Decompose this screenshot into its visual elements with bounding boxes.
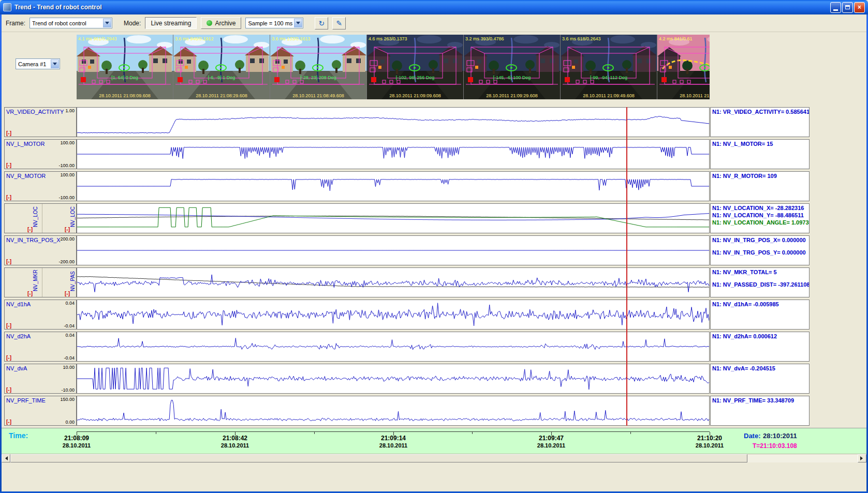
signal-plot-nv_l_motor[interactable] — [77, 139, 710, 169]
tick-time: 21:08:09 — [63, 435, 91, 442]
collapse-button[interactable]: [-] — [6, 162, 11, 168]
signal-label: NV_d2hA — [6, 333, 31, 339]
signal-value-panel: N1: NV_MKR_TOTAL= 5N1: NV_PASSED_DIST= -… — [710, 267, 810, 297]
signal-value: N1: NV_dvA= -0.204515 — [712, 365, 807, 371]
scale-top-value: 0.04 — [65, 333, 75, 338]
close-button[interactable]: × — [854, 2, 865, 13]
signal-label-rotated: NV_LOC — [33, 205, 38, 227]
camera-frame[interactable]: 3.6 ms 133/0.1613 [-28, 23] 208 Deg 28.1… — [270, 35, 366, 99]
scale-top-value: 200.00 — [60, 236, 75, 242]
time-cursor[interactable] — [626, 107, 627, 426]
app-icon — [3, 3, 11, 11]
tick-date: 28.10.2011 — [221, 442, 249, 450]
camera-frame[interactable]: 4.2 ms 841/0.61 28.10.2011 21:10:09.608 — [657, 35, 710, 99]
signal-plot-nv_prf_time[interactable] — [77, 396, 710, 426]
camera-info-text: 4.2 ms 841/0.61 — [659, 36, 693, 41]
signal-panel-nv_l_motor: NV_L_MOTOR100.00-100.00[-] — [4, 139, 77, 169]
signal-value: N1: NV_LOCATION_X= -28.282316 — [712, 205, 807, 211]
waypoint-marker — [378, 66, 381, 69]
collapse-button[interactable]: [-] — [6, 195, 11, 200]
chevron-down-icon[interactable] — [294, 19, 302, 27]
camera-timestamp: 28.10.2011 21:08:29.608 — [196, 93, 247, 98]
signal-value: N1: NV_PRF_TIME= 33.348709 — [712, 397, 807, 404]
signal-plot-nv_in_trg_pos_x[interactable] — [77, 235, 710, 265]
signal-plot-vr_video_activity[interactable] — [77, 107, 710, 137]
camera-frame[interactable]: 4.6 ms 263/0.1373 [-102, 98] 256 Deg 28.… — [367, 35, 463, 99]
signal-value-panel: N1: NV_dvA= -0.204515 — [710, 364, 810, 394]
camera-info-text: 3.6 ms 618/0.2643 — [562, 36, 601, 41]
scene — [657, 35, 710, 99]
collapse-button[interactable]: [-] — [6, 387, 11, 393]
panel-divider — [42, 268, 42, 297]
scale-bottom-value: -0.04 — [64, 355, 75, 361]
horizontal-scrollbar[interactable] — [2, 454, 866, 462]
scale-bottom-value: 0.00 — [65, 420, 75, 425]
toolbar: Frame: Trend of robot control Mode: Live… — [2, 14, 866, 32]
collapse-button[interactable]: [-] — [6, 355, 11, 361]
scale-top-value: 150.00 — [60, 397, 75, 402]
alert-marker — [565, 77, 570, 82]
minimize-button[interactable] — [830, 2, 841, 13]
time-tick-label: 21:09:4728.10.2011 — [537, 435, 565, 450]
edit-button[interactable]: ✎ — [332, 17, 346, 29]
collapse-button[interactable]: [-] — [6, 419, 11, 425]
signal-value: N1: NV_LOCATION_Y= -88.486511 — [712, 212, 807, 218]
signal-panel-nv_r_motor: NV_R_MOTOR100.00-100.00[-] — [4, 171, 77, 201]
camera-frame[interactable]: 3.2 ms 393/0.4786 [-145, -6] 100 Deg 28.… — [464, 35, 560, 99]
refresh-button[interactable]: ↻ — [315, 17, 328, 29]
alert-marker — [178, 77, 183, 82]
collapse-button[interactable]: [-] — [6, 130, 11, 136]
live-streaming-button[interactable]: Live streaming — [145, 17, 197, 29]
signal-label: NV_dvA — [6, 365, 27, 371]
signal-plot-nv_mkr-nv_pas[interactable] — [77, 267, 710, 297]
signal-label-rotated: NV_PAS — [70, 270, 76, 291]
camera-frame[interactable]: 3.6 ms 618/0.2643 [-99, -94] 112 Deg 28.… — [561, 35, 657, 99]
collapse-button[interactable]: [-] — [6, 259, 11, 264]
collapse-button[interactable]: [-] — [65, 291, 70, 296]
signal-plot-nv_loc-nv_loc[interactable] — [77, 203, 710, 233]
chevron-down-icon[interactable] — [51, 59, 59, 68]
frame-select[interactable]: Trend of robot control — [30, 18, 112, 28]
archive-button[interactable]: Archive — [201, 17, 241, 29]
time-tick-label: 21:08:0928.10.2011 — [63, 435, 91, 450]
collapse-button[interactable]: [-] — [27, 227, 33, 232]
signal-plot-nv_d1ha[interactable] — [77, 300, 710, 330]
scale-top-value: 100.00 — [60, 172, 75, 177]
signal-panel-nv_loc-nv_loc: NV_LOC[-]NV_LOC[-] — [4, 203, 77, 233]
camera-info-text: 3.6 ms 946/0.1912 — [175, 36, 214, 41]
time-tick — [156, 432, 156, 434]
camera-frame[interactable]: 3.6 ms 946/0.1912 [-6, -9] 1 Deg 28.10.2… — [173, 35, 270, 99]
sample-select[interactable]: Sample = 100 ms — [245, 18, 303, 28]
panel-divider — [42, 204, 42, 233]
collapse-button[interactable]: [-] — [65, 227, 70, 232]
collapse-button[interactable]: [-] — [27, 291, 33, 296]
camera-select[interactable]: Camera #1 — [16, 58, 60, 69]
signal-panel-vr_video_activity: VR_VIDEO_ACTIVITY1.00[-] — [4, 107, 77, 137]
alert-marker — [661, 77, 667, 82]
archive-icon — [207, 20, 212, 26]
signal-value: N1: NV_IN_TRG_POS_Y= 0.000000 — [712, 249, 807, 256]
sample-select-value: Sample = 100 ms — [248, 20, 293, 26]
maximize-button[interactable] — [842, 2, 853, 13]
window-title: Trend - Trend of robot control — [14, 4, 827, 11]
waypoint-marker — [475, 66, 478, 69]
camera-frame[interactable]: 4.1 ms 961/0.2943 [1, 64] 0 Deg 28.10.20… — [77, 35, 173, 99]
chevron-down-icon[interactable] — [103, 19, 111, 27]
time-tick-label: 21:10:2028.10.2011 — [696, 435, 724, 450]
collapse-button[interactable]: [-] — [6, 323, 11, 328]
camera-strip: Camera #1 — [2, 32, 866, 106]
camera-timestamp: 28.10.2011 21:09:49.608 — [583, 93, 634, 98]
tick-time: 21:08:42 — [221, 435, 249, 442]
signal-plot-nv_r_motor[interactable] — [77, 171, 710, 201]
signal-plot-nv_dva[interactable] — [77, 364, 710, 394]
signal-plot-nv_d2ha[interactable] — [77, 332, 710, 362]
scrollbar-thumb[interactable] — [10, 454, 747, 462]
scroll-left-button[interactable] — [2, 454, 10, 462]
scroll-right-button[interactable] — [858, 454, 866, 462]
signal-panel-nv_mkr-nv_pas: NV_MKR[-]NV_PAS[-] — [4, 267, 77, 297]
scale-bottom-value: -200.00 — [58, 259, 75, 264]
time-tick — [472, 432, 473, 434]
waypoint-marker — [88, 66, 91, 69]
signal-value: N1: VR_VIDEO_ACTIVITY= 0.585641 — [712, 109, 807, 115]
camera-timestamp: 28.10.2011 21:08:09.608 — [99, 93, 150, 98]
